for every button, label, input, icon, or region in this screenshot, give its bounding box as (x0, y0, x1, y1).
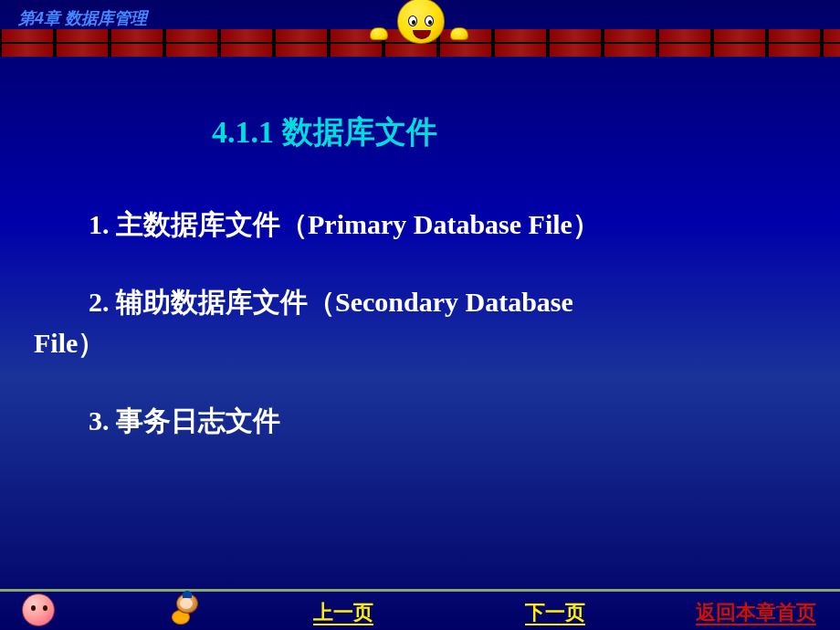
slide-content: 4.1.1 数据库文件 1. 主数据库文件（Primary Database F… (0, 57, 840, 441)
monkey-icon (163, 592, 206, 628)
section-heading: 4.1.1 数据库文件 (212, 111, 803, 153)
return-home-label: 返回本章首页 (696, 601, 816, 625)
peeking-face-icon (370, 0, 470, 60)
list-item-1: 1. 主数据库文件（Primary Database File） (34, 204, 803, 245)
prev-page-button[interactable]: 上一页 (270, 599, 416, 626)
footer-nav: 上一页 下一页 返回本章首页 (0, 586, 840, 630)
list-item-3: 3. 事务日志文件 (34, 400, 803, 441)
chapter-title: 第4章 数据库管理 (18, 7, 147, 29)
list-item-2: 2. 辅助数据库文件（Secondary Database File） (34, 281, 803, 363)
body-text: 1. 主数据库文件（Primary Database File） 2. 辅助数据… (34, 204, 803, 441)
next-page-label: 下一页 (525, 601, 585, 625)
next-page-button[interactable]: 下一页 (482, 599, 628, 626)
prev-page-label: 上一页 (313, 601, 373, 625)
return-home-button[interactable]: 返回本章首页 (676, 599, 835, 626)
footer-divider (0, 589, 840, 592)
header-bar: 第4章 数据库管理 (0, 0, 840, 57)
pink-face-icon (22, 593, 55, 626)
